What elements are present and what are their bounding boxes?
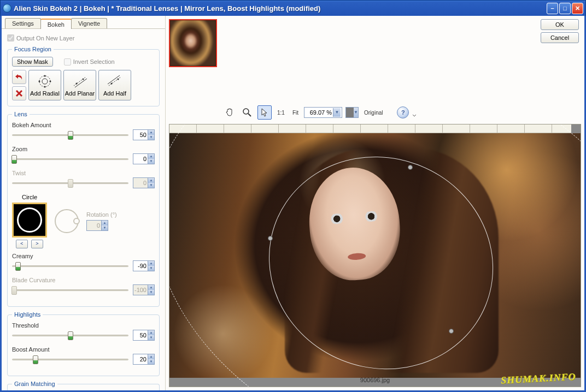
zoom-combo[interactable]: 69.07 %▼ <box>304 107 342 118</box>
boost-row: Boost Amount ▲▼ <box>12 346 155 365</box>
threshold-slider[interactable] <box>12 330 128 340</box>
svg-point-4 <box>39 81 40 82</box>
preview-area[interactable]: 900696.jpg SHUMAK.INFO <box>169 124 581 387</box>
bokeh-amount-input[interactable] <box>133 132 148 138</box>
boost-slider[interactable] <box>12 354 128 364</box>
threshold-label: Threshold <box>12 322 155 329</box>
zoom-input[interactable] <box>133 156 148 162</box>
zoom-spinner[interactable]: ▲▼ <box>133 153 155 164</box>
show-mask-button[interactable]: Show Mask <box>12 57 53 67</box>
tab-settings[interactable]: Settings <box>5 18 41 28</box>
twist-slider <box>12 178 128 188</box>
twist-row: Twist ▲▼ <box>12 170 155 188</box>
original-toggle[interactable]: Original <box>362 110 385 116</box>
svg-point-13 <box>118 79 119 80</box>
preview-toolbar: 1:1 Fit 69.07 %▼ ▼ Original ? <box>222 105 581 120</box>
planar-icon <box>72 74 87 89</box>
lens-group: Lens Bokeh Amount ▲▼ Zoom ▲▼ <box>7 111 160 307</box>
bokeh-amount-spinner[interactable]: ▲▼ <box>133 129 155 140</box>
add-radial-label: Add Radial <box>30 90 60 97</box>
output-new-layer-label: Output On New Layer <box>16 35 74 41</box>
boost-spinner[interactable]: ▲▼ <box>133 354 155 365</box>
pan-tool[interactable] <box>222 105 237 120</box>
tab-vignette[interactable]: Vignette <box>71 18 107 28</box>
add-half-label: Add Half <box>103 90 126 97</box>
filename-label: 900696.jpg <box>360 377 390 383</box>
chevron-down-icon[interactable] <box>412 107 417 118</box>
boost-label: Boost Amount <box>12 346 155 353</box>
half-icon <box>107 74 122 89</box>
chevron-down-icon[interactable]: ▼ <box>354 108 358 117</box>
aperture-next-button[interactable]: > <box>31 240 43 248</box>
cancel-button[interactable]: Cancel <box>541 32 579 43</box>
zoom-1-1[interactable]: 1:1 <box>275 110 287 116</box>
zoom-slider[interactable] <box>12 154 128 164</box>
undo-button[interactable] <box>12 70 26 84</box>
title-bar: Alien Skin Bokeh 2 | Bokeh | * Tradition… <box>0 0 586 16</box>
dialog-buttons: OK Cancel <box>541 19 579 43</box>
window-title: Alien Skin Bokeh 2 | Bokeh | * Tradition… <box>14 4 547 13</box>
tab-bar: Settings Bokeh Vignette <box>2 16 165 29</box>
window-controls: – □ ✕ <box>547 3 583 14</box>
add-half-button[interactable]: Add Half <box>98 70 131 100</box>
rotation-label: Rotation (°) <box>86 211 117 218</box>
svg-point-5 <box>50 81 51 82</box>
help-button[interactable]: ? <box>397 106 409 118</box>
creamy-slider[interactable] <box>12 261 128 271</box>
right-panel: OK Cancel 1:1 Fit 69.07 %▼ ▼ Original ? <box>166 16 584 390</box>
tab-bokeh[interactable]: Bokeh <box>40 19 72 29</box>
grain-group: Grain Matching <box>7 381 160 390</box>
invert-selection-checkbox[interactable] <box>64 58 71 66</box>
svg-point-9 <box>83 79 84 80</box>
add-radial-button[interactable]: Add Radial <box>28 70 61 100</box>
svg-point-2 <box>44 75 46 77</box>
pointer-tool[interactable] <box>257 105 272 120</box>
minimize-button[interactable]: – <box>547 3 558 14</box>
rotation-input <box>87 222 101 229</box>
zoom-label: Zoom <box>12 146 155 152</box>
invert-selection-row[interactable]: Invert Selection <box>64 58 115 66</box>
aperture-prev-button[interactable]: < <box>16 240 28 248</box>
svg-point-8 <box>76 83 78 85</box>
maximize-button[interactable]: □ <box>559 3 571 14</box>
boost-input[interactable] <box>133 356 148 363</box>
bg-swatch[interactable]: ▼ <box>345 107 359 118</box>
zoom-tool[interactable] <box>240 105 254 120</box>
app-icon <box>3 4 11 13</box>
svg-point-1 <box>42 79 48 84</box>
add-planar-button[interactable]: Add Planar <box>63 70 96 100</box>
creamy-spinner[interactable]: ▲▼ <box>133 260 155 271</box>
svg-point-0 <box>39 76 50 87</box>
blade-spinner: ▲▼ <box>133 284 155 295</box>
lens-legend: Lens <box>12 111 30 117</box>
creamy-label: Creamy <box>12 253 155 259</box>
aperture-preview <box>12 203 47 237</box>
blade-row: Blade Curvature ▲▼ <box>12 277 155 295</box>
delete-button[interactable] <box>12 86 26 100</box>
twist-label: Twist <box>12 170 155 176</box>
zoom-row: Zoom ▲▼ <box>12 146 155 164</box>
threshold-spinner[interactable]: ▲▼ <box>133 330 155 341</box>
svg-point-12 <box>111 83 113 85</box>
close-button[interactable]: ✕ <box>572 3 583 14</box>
output-new-layer-checkbox[interactable] <box>7 34 14 41</box>
svg-line-15 <box>248 114 251 116</box>
thumbnail[interactable] <box>169 19 217 67</box>
chevron-down-icon[interactable]: ▼ <box>333 108 341 117</box>
bokeh-amount-label: Bokeh Amount <box>12 122 155 128</box>
zoom-fit[interactable]: Fit <box>290 110 301 116</box>
settings-scroll[interactable]: Output On New Layer Focus Region Show Ma… <box>2 29 165 390</box>
ok-button[interactable]: OK <box>541 19 579 30</box>
rotation-spinner: ▲▼ <box>86 220 108 231</box>
svg-line-10 <box>109 77 121 86</box>
focus-region-legend: Focus Region <box>12 46 54 52</box>
highlights-group: Highlights Threshold ▲▼ Boost Amount ▲▼ <box>7 311 160 376</box>
bokeh-amount-row: Bokeh Amount ▲▼ <box>12 122 155 140</box>
bokeh-amount-slider[interactable] <box>12 130 128 140</box>
creamy-input[interactable] <box>133 263 148 269</box>
output-new-layer-row[interactable]: Output On New Layer <box>7 34 160 41</box>
zoom-value: 69.07 % <box>306 109 333 116</box>
threshold-input[interactable] <box>133 332 148 338</box>
twist-input <box>133 180 148 186</box>
svg-point-3 <box>44 86 46 88</box>
